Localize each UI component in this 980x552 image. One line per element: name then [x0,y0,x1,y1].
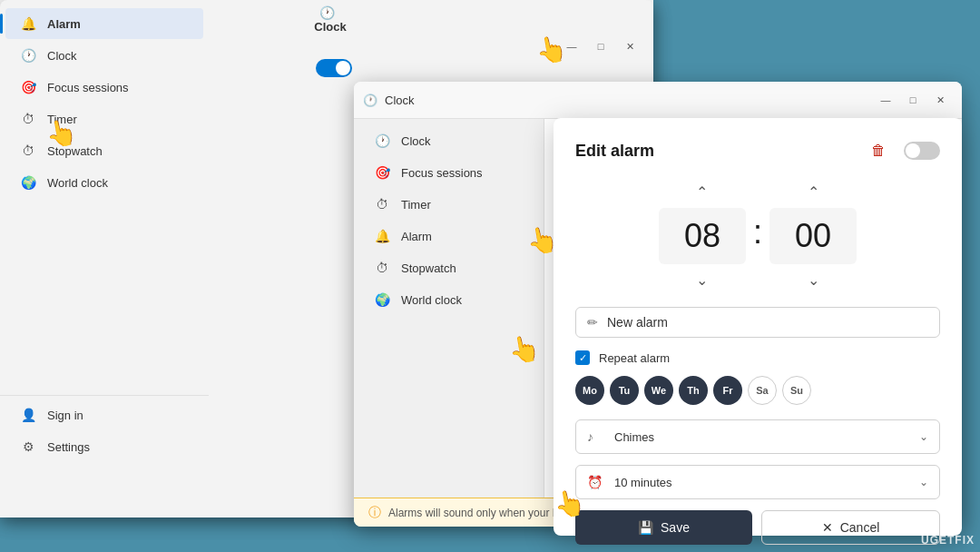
snooze-chevron-icon: ⌄ [919,476,928,488]
mid-alarm-icon: 🔔 [374,228,390,244]
repeat-row: ✓ Repeat alarm [575,350,940,365]
bg-window-clock-icon: 🕐 [319,5,335,20]
bg-minimize-button[interactable]: — [559,34,584,59]
save-icon: 💾 [638,520,653,535]
sound-chevron-icon: ⌄ [919,430,928,443]
alarm-toggle[interactable] [904,142,940,160]
time-picker: ⌃ 08 ⌄ : ⌃ 00 ⌄ [575,180,940,292]
mid-sidebar: 🕐 Clock 🎯 Focus sessions ⏱ Timer 🔔 Alarm… [354,119,544,498]
hours-down-button[interactable]: ⌄ [685,268,719,292]
sidebar-item-settings[interactable]: ⚙ Settings [5,431,203,462]
mid-sidebar-timer[interactable]: ⏱ Timer [359,189,538,220]
mid-clock-nav-icon: 🕐 [374,133,390,149]
sidebar-item-worldclock[interactable]: 🌍 World clock [5,167,203,198]
sidebar-item-alarm[interactable]: 🔔 Alarm [5,8,203,39]
timer-icon: ⏱ [20,111,36,127]
mid-sidebar-stopwatch[interactable]: ⏱ Stopwatch [359,252,538,283]
sound-label: Chimes [614,430,910,444]
mid-stopwatch-icon: ⏱ [374,260,390,276]
stopwatch-icon: ⏱ [20,143,36,159]
mid-sidebar-clock[interactable]: 🕐 Clock [359,125,538,156]
bg-window-title: Clock [314,20,346,34]
sidebar-item-timer[interactable]: ⏱ Timer [5,104,203,134]
delete-icon: 🗑 [871,143,886,159]
clock-icon: 🕐 [20,47,36,64]
mid-status-icon: ⓘ [368,505,381,521]
minutes-up-button[interactable]: ⌃ [797,180,830,204]
mid-focus-icon: 🎯 [374,164,390,181]
mid-timer-icon: ⏱ [374,196,390,212]
day-tuesday[interactable]: Tu [610,376,639,405]
hours-column: ⌃ 08 ⌄ [659,180,746,292]
settings-icon: ⚙ [20,439,36,455]
sidebar-item-signin[interactable]: 👤 Sign in [5,399,203,430]
mid-sidebar-focus[interactable]: 🎯 Focus sessions [359,157,538,188]
mid-title: Clock [385,94,415,107]
repeat-checkbox[interactable]: ✓ [575,350,590,365]
bg-maximize-button[interactable]: □ [588,34,613,59]
delete-alarm-button[interactable]: 🗑 [864,136,893,165]
bg-alarm-toggle[interactable] [316,59,352,77]
snooze-dropdown[interactable]: ⏰ 10 minutes ⌄ [575,465,940,499]
edit-pencil-icon: ✏ [587,315,598,330]
save-button[interactable]: 💾 Save [575,510,752,545]
alarm-name-input[interactable] [607,315,928,330]
bg-close-button[interactable]: ✕ [617,34,642,59]
edit-alarm-title: Edit alarm [575,142,654,161]
minutes-display[interactable]: 00 [769,208,857,264]
sidebar-item-clock[interactable]: 🕐 Clock [5,40,203,71]
day-wednesday[interactable]: We [644,376,673,405]
minutes-column: ⌃ 00 ⌄ [769,180,857,292]
hours-display[interactable]: 08 [659,208,746,264]
snooze-icon: ⏰ [587,475,605,489]
sidebar-item-stopwatch[interactable]: ⏱ Stopwatch [5,135,203,166]
edit-alarm-panel: Edit alarm 🗑 ⌃ 08 ⌄ : ⌃ 00 ⌄ ✏ ✓ Repeat … [554,118,962,536]
mid-maximize-button[interactable]: □ [900,87,926,113]
edit-day-circles: Mo Tu We Th Fr Sa Su [575,376,940,405]
sidebar-item-focus[interactable]: 🎯 Focus sessions [5,72,203,103]
day-thursday[interactable]: Th [679,376,708,405]
cancel-button[interactable]: ✕ Cancel [761,510,940,545]
mid-sidebar-worldclock[interactable]: 🌍 World clock [359,284,538,315]
day-saturday[interactable]: Sa [748,376,777,405]
mid-sidebar-alarm[interactable]: 🔔 Alarm [359,221,538,251]
mid-worldclock-icon: 🌍 [374,291,390,308]
action-buttons: 💾 Save ✕ Cancel [575,510,940,545]
mid-minimize-button[interactable]: — [873,87,898,113]
snooze-label: 10 minutes [614,476,910,489]
cancel-icon: ✕ [822,520,833,535]
alarm-name-row[interactable]: ✏ [575,307,940,338]
focus-icon: 🎯 [20,79,36,95]
day-monday[interactable]: Mo [575,376,604,405]
mid-close-button[interactable]: ✕ [927,87,953,113]
day-sunday[interactable]: Su [782,376,811,405]
alarm-icon: 🔔 [20,15,36,32]
edit-alarm-header: Edit alarm 🗑 [575,136,940,165]
hours-up-button[interactable]: ⌃ [685,180,719,204]
signin-icon: 👤 [20,407,36,423]
music-icon: ♪ [587,429,605,444]
watermark: UGETFIX [921,534,975,547]
mid-clock-icon: 🕐 [363,94,377,107]
repeat-label: Repeat alarm [599,351,670,365]
sound-dropdown[interactable]: ♪ Chimes ⌄ [575,419,940,454]
worldclock-icon: 🌍 [20,174,36,191]
day-friday[interactable]: Fr [713,376,742,405]
minutes-down-button[interactable]: ⌄ [797,268,830,292]
time-separator: : [746,213,769,259]
